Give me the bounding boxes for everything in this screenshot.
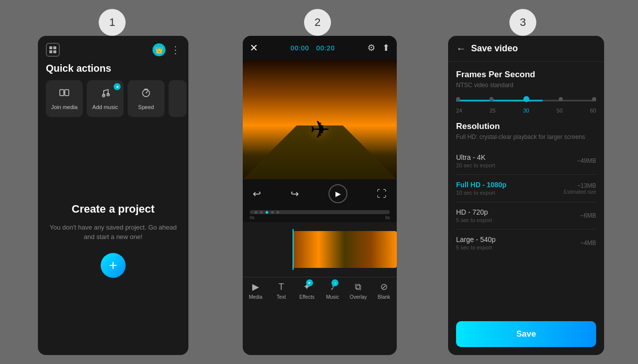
quick-actions-grid: Join media ★ Add music Speed [38, 80, 188, 125]
save-title: Save video [471, 43, 518, 54]
svg-rect-4 [60, 90, 64, 96]
fullscreen-button[interactable]: ⛶ [377, 188, 387, 200]
quick-actions-title: Quick actions [38, 61, 188, 80]
time-display: 00:00 00:20 [291, 44, 335, 52]
timeline-labels: 0s 3s [243, 214, 397, 221]
res-option-1080p[interactable]: Full HD - 1080p 10 sec to export ~13MB E… [456, 175, 596, 202]
res-720p-name: HD - 720p [456, 208, 492, 216]
save-content: Frames Per Second NTSC video standard 24… [448, 62, 604, 313]
fps-slider[interactable] [456, 96, 596, 106]
save-header: ← Save video [448, 36, 604, 62]
back-button[interactable]: ← [456, 43, 466, 54]
res-option-720p[interactable]: HD - 720p 5 sec to export ~6MB [456, 202, 596, 230]
toolbar-media[interactable]: ▶ Media [243, 277, 269, 305]
airplane-graphic: ✈ [310, 116, 330, 143]
res-540p-time: 5 sec to export [456, 244, 495, 250]
res-540p-size: ~4MB [580, 240, 596, 246]
t-dot-4 [277, 211, 279, 214]
add-music-label: Add music [92, 104, 118, 110]
step-3-circle: 3 [509, 9, 536, 36]
speed-icon [141, 87, 152, 101]
timeline-bar[interactable] [250, 210, 390, 214]
time-start: 00:00 [291, 44, 310, 52]
empty-title: Create a project [72, 203, 155, 216]
more-options-icon[interactable]: ⋮ [170, 44, 180, 56]
time-end: 00:20 [316, 44, 335, 52]
fps-dots [456, 99, 596, 102]
speed-label: Speed [138, 104, 154, 110]
fps-labels: 24 25 30 50 60 [456, 108, 596, 114]
settings-icon[interactable]: ⚙ [367, 42, 375, 53]
thumbnail-strip-area[interactable] [243, 222, 397, 277]
res-1080p-size: ~13MB [564, 182, 596, 189]
qa-trans-partial[interactable] [168, 80, 186, 117]
svg-rect-2 [49, 50, 52, 53]
close-button[interactable]: ✕ [250, 42, 258, 54]
res-4k-name: Ultra - 4K [456, 153, 495, 161]
panel-editor: ✕ 00:00 00:20 ⚙ ⬆ ✈ ↩ ↪ ▶ ⛶ [243, 36, 397, 355]
effects-label: Effects [300, 294, 315, 300]
tl-label-0s: 0s [250, 215, 255, 220]
join-media-label: Join media [51, 104, 77, 110]
toolbar-text[interactable]: T Text [269, 277, 295, 305]
step-1-circle: 1 [99, 9, 126, 36]
fps-dot-24 [456, 97, 460, 101]
step-2-circle: 2 [304, 9, 331, 36]
t-dot-3 [271, 211, 274, 214]
add-project-button[interactable]: + [101, 253, 126, 278]
res-4k-time: 20 sec to export [456, 162, 495, 168]
add-music-badge: ★ [114, 83, 121, 90]
res-540p-name: Large - 540p [456, 236, 495, 243]
fps-24: 24 [456, 108, 462, 114]
res-option-4k[interactable]: Ultra - 4K 20 sec to export ~49MB [456, 147, 596, 175]
p1-empty-area: Create a project You don't have any save… [38, 125, 188, 355]
undo-button[interactable]: ↩ [253, 188, 261, 200]
fps-dot-25 [489, 97, 493, 101]
thumbnail-strip [293, 231, 397, 268]
toolbar-overlay[interactable]: ⧉ Overlay [345, 277, 371, 305]
resolution-section-sub: Full HD: crystal-clear playback for larg… [456, 133, 596, 140]
join-media-icon [59, 87, 70, 101]
panel-quick-actions: 👑 ⋮ Quick actions Join media ★ [38, 36, 188, 355]
text-icon: T [279, 282, 284, 292]
qa-speed[interactable]: Speed [128, 80, 164, 117]
p1-header: 👑 ⋮ [38, 36, 188, 61]
svg-rect-1 [53, 46, 56, 49]
app-logo-icon [46, 43, 60, 57]
step-3-number: 3 [520, 16, 526, 29]
resolution-section-title: Resolution [456, 121, 596, 131]
step-2-number: 2 [315, 16, 320, 29]
play-button[interactable]: ▶ [328, 184, 347, 203]
toolbar-blank[interactable]: ⊘ Blank [371, 277, 397, 305]
share-icon[interactable]: ⬆ [382, 42, 390, 53]
qa-join-media[interactable]: Join media [46, 80, 83, 117]
svg-rect-0 [49, 46, 52, 49]
music-badge: ♪ [331, 279, 338, 286]
svg-rect-5 [65, 90, 69, 96]
t-dot-1 [255, 211, 257, 214]
toolbar-effects[interactable]: ✦ ✦ Effects [294, 277, 320, 305]
tl-label-3s: 3s [385, 215, 390, 220]
timeline-cursor [293, 229, 294, 270]
playback-controls: ↩ ↪ ▶ ⛶ [243, 179, 397, 208]
fps-60: 60 [590, 108, 596, 114]
res-option-540p[interactable]: Large - 540p 5 sec to export ~4MB [456, 230, 596, 256]
t-dot-2 [260, 211, 263, 214]
overlay-label: Overlay [350, 294, 367, 300]
t-dot-active [266, 211, 268, 214]
qa-add-music[interactable]: ★ Add music [87, 80, 124, 117]
media-label: Media [249, 294, 262, 300]
crown-badge[interactable]: 👑 [153, 43, 165, 56]
effects-badge: ✦ [306, 279, 313, 286]
editor-icons: ⚙ ⬆ [367, 42, 390, 53]
timeline-dots [255, 211, 279, 214]
res-1080p-time: 10 sec to export [456, 190, 506, 196]
toolbar-music[interactable]: ♪ ♪ Music [320, 277, 346, 305]
redo-button[interactable]: ↪ [291, 188, 299, 200]
svg-rect-3 [53, 50, 56, 53]
fps-50: 50 [557, 108, 563, 114]
media-icon: ▶ [252, 281, 259, 292]
save-button[interactable]: Save [456, 321, 596, 347]
step-1-number: 1 [109, 16, 115, 29]
music-label: Music [326, 294, 339, 300]
